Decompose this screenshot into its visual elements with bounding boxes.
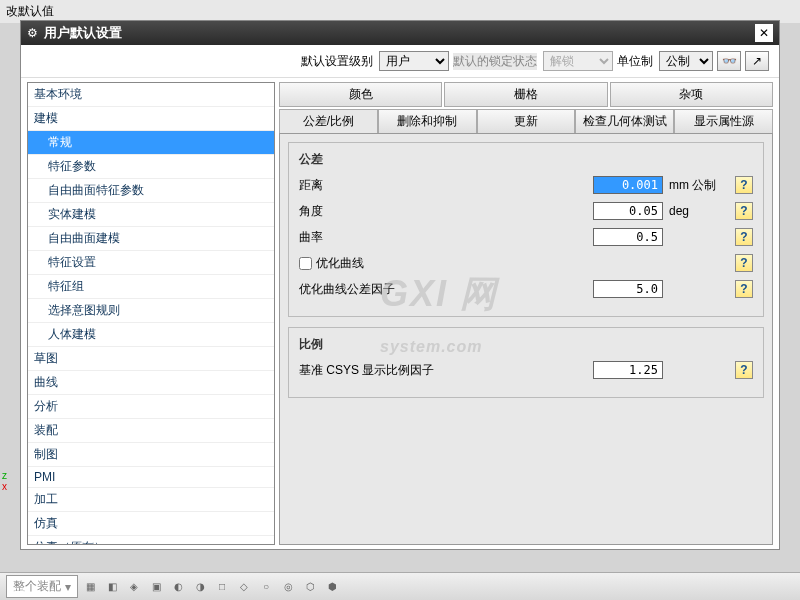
tolerance-title: 公差 — [299, 151, 753, 168]
tree-item[interactable]: 自由曲面建模 — [28, 227, 274, 251]
optimize-label: 优化曲线 — [316, 255, 364, 272]
optimize-checkbox-row: 优化曲线 — [299, 255, 364, 272]
tree-item[interactable]: 仿真（原有） — [28, 536, 274, 545]
tree-item[interactable]: 装配 — [28, 419, 274, 443]
scale-title: 比例 — [299, 336, 753, 353]
toolbar-icon[interactable]: ○ — [256, 577, 276, 597]
toolbar-icon[interactable]: ◇ — [234, 577, 254, 597]
angle-label: 角度 — [299, 203, 587, 220]
distance-unit: mm 公制 — [669, 177, 729, 194]
tree-item[interactable]: 特征组 — [28, 275, 274, 299]
unit-label: 单位制 — [617, 53, 653, 70]
unit-select[interactable]: 公制 — [659, 51, 713, 71]
tree-item[interactable]: 人体建模 — [28, 323, 274, 347]
tree-item[interactable]: 曲线 — [28, 371, 274, 395]
optimize-checkbox[interactable] — [299, 257, 312, 270]
toolbar-icon[interactable]: ▦ — [80, 577, 100, 597]
curvature-label: 曲率 — [299, 229, 587, 246]
tab[interactable]: 公差/比例 — [279, 109, 378, 133]
tree-item[interactable]: 制图 — [28, 443, 274, 467]
toolbar-icon[interactable]: □ — [212, 577, 232, 597]
dialog-title: 用户默认设置 — [44, 24, 755, 42]
content-panel: 公差 距离 mm 公制 ? 角度 deg ? 曲率 — [279, 133, 773, 545]
level-select[interactable]: 用户 — [379, 51, 449, 71]
gear-icon: ⚙ — [27, 26, 38, 40]
tree-item[interactable]: PMI — [28, 467, 274, 488]
tolerance-group: 公差 距离 mm 公制 ? 角度 deg ? 曲率 — [288, 142, 764, 317]
bottom-toolbar: 整个装配 ▾ ▦ ◧ ◈ ▣ ◐ ◑ □ ◇ ○ ◎ ⬡ ⬢ — [0, 572, 800, 600]
tab[interactable]: 更新 — [477, 109, 576, 133]
tree-item[interactable]: 建模 — [28, 107, 274, 131]
help-icon[interactable]: ? — [735, 361, 753, 379]
tree-item[interactable]: 加工 — [28, 488, 274, 512]
tree-item[interactable]: 自由曲面特征参数 — [28, 179, 274, 203]
tree-item[interactable]: 特征参数 — [28, 155, 274, 179]
angle-unit: deg — [669, 204, 729, 218]
tab[interactable]: 删除和抑制 — [378, 109, 477, 133]
close-button[interactable]: ✕ — [755, 24, 773, 42]
toolbar-icon[interactable]: ◧ — [102, 577, 122, 597]
tab[interactable]: 检查几何体测试 — [575, 109, 674, 133]
distance-input[interactable] — [593, 176, 663, 194]
toolbar-icon[interactable]: ◑ — [190, 577, 210, 597]
help-icon[interactable]: ? — [735, 176, 753, 194]
help-icon[interactable]: ? — [735, 280, 753, 298]
lock-select: 解锁 — [543, 51, 613, 71]
tree-item[interactable]: 仿真 — [28, 512, 274, 536]
csys-label: 基准 CSYS 显示比例因子 — [299, 362, 587, 379]
dialog-titlebar: ⚙ 用户默认设置 ✕ — [21, 21, 779, 45]
lock-label: 默认的锁定状态 — [453, 53, 537, 70]
tree-item[interactable]: 基本环境 — [28, 83, 274, 107]
assembly-dropdown[interactable]: 整个装配 ▾ — [6, 575, 78, 598]
factor-input[interactable] — [593, 280, 663, 298]
factor-label: 优化曲线公差因子 — [299, 281, 587, 298]
level-label: 默认设置级别 — [301, 53, 373, 70]
help-icon[interactable]: ? — [735, 202, 753, 220]
toolbar-icon[interactable]: ◐ — [168, 577, 188, 597]
tool-icon-2[interactable]: ↗ — [745, 51, 769, 71]
axis-indicator: zx — [2, 470, 7, 492]
tab[interactable]: 杂项 — [610, 82, 773, 107]
toolbar-icon[interactable]: ⬢ — [322, 577, 342, 597]
curvature-input[interactable] — [593, 228, 663, 246]
toolbar-icon[interactable]: ▣ — [146, 577, 166, 597]
toolbar-icon[interactable]: ◎ — [278, 577, 298, 597]
main-panel: 颜色栅格杂项 公差/比例删除和抑制更新检查几何体测试显示属性源 公差 距离 mm… — [279, 82, 773, 545]
tab[interactable]: 颜色 — [279, 82, 442, 107]
help-icon[interactable]: ? — [735, 254, 753, 272]
distance-label: 距离 — [299, 177, 587, 194]
tree-item[interactable]: 选择意图规则 — [28, 299, 274, 323]
angle-input[interactable] — [593, 202, 663, 220]
tab[interactable]: 栅格 — [444, 82, 607, 107]
tree-item[interactable]: 常规 — [28, 131, 274, 155]
help-icon[interactable]: ? — [735, 228, 753, 246]
tree-item[interactable]: 分析 — [28, 395, 274, 419]
tree-item[interactable]: 实体建模 — [28, 203, 274, 227]
tree-item[interactable]: 特征设置 — [28, 251, 274, 275]
toolbar-icon[interactable]: ◈ — [124, 577, 144, 597]
tree-item[interactable]: 草图 — [28, 347, 274, 371]
tab[interactable]: 显示属性源 — [674, 109, 773, 133]
scale-group: 比例 基准 CSYS 显示比例因子 ? — [288, 327, 764, 398]
toolbar-icon[interactable]: ⬡ — [300, 577, 320, 597]
category-tree: 基本环境建模常规特征参数自由曲面特征参数实体建模自由曲面建模特征设置特征组选择意… — [27, 82, 275, 545]
dialog-toolbar: 默认设置级别 用户 默认的锁定状态 解锁 单位制 公制 👓 ↗ — [21, 45, 779, 78]
csys-input[interactable] — [593, 361, 663, 379]
settings-dialog: ⚙ 用户默认设置 ✕ 默认设置级别 用户 默认的锁定状态 解锁 单位制 公制 👓… — [20, 20, 780, 550]
tool-icon-1[interactable]: 👓 — [717, 51, 741, 71]
